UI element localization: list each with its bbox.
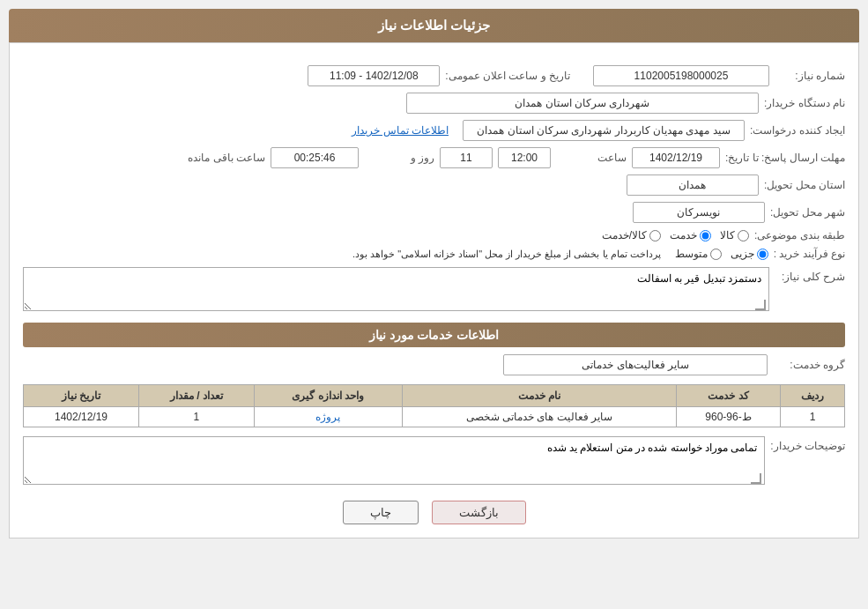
delivery-province-value: همدان xyxy=(627,175,759,196)
need-desc-textarea[interactable] xyxy=(23,267,769,311)
purchase-type-radio-group: متوسط جزیی xyxy=(675,248,768,260)
days-label: روز و xyxy=(364,152,434,164)
services-table: ردیف کد خدمت نام خدمت واحد اندازه گیری ت… xyxy=(23,384,845,427)
cell-service-name: سایر فعالیت های خدماتی شخصی xyxy=(402,407,677,427)
time-remaining-value: 00:25:46 xyxy=(271,147,359,168)
services-section-header: اطلاعات خدمات مورد نیاز xyxy=(23,323,845,347)
cell-quantity: 1 xyxy=(138,407,254,427)
announce-date-label: تاریخ و ساعت اعلان عمومی: xyxy=(445,70,570,82)
service-group-label: گروه خدمت: xyxy=(775,359,845,371)
purchase-note: پرداخت تمام یا بخشی از مبلغ خریدار از مح… xyxy=(352,249,661,260)
col-unit: واحد اندازه گیری xyxy=(254,385,402,407)
hours-label: ساعت باقی مانده xyxy=(188,152,265,164)
delivery-city-value: نویسرکان xyxy=(633,202,765,223)
need-number-value: 1102005198000025 xyxy=(593,65,769,86)
requester-label: ایجاد کننده درخواست: xyxy=(750,124,845,137)
contact-link[interactable]: اطلاعات تماس خریدار xyxy=(352,124,449,137)
delivery-province-label: استان محل تحویل: xyxy=(764,179,845,191)
table-row: 1ط-96-960سایر فعالیت های خدماتی شخصیپروژ… xyxy=(24,407,845,427)
subject-type-label: طبقه بندی موضوعی: xyxy=(754,229,845,241)
buyer-notes-wrapper xyxy=(23,436,765,487)
cell-date: 1402/12/19 xyxy=(24,407,139,427)
cell-unit: پروژه xyxy=(254,407,402,427)
purchase-type-label: نوع فرآیند خرید : xyxy=(774,248,845,260)
subject-radio-kala-khadmat[interactable]: کالا/خدمت xyxy=(602,229,661,241)
col-service-code: کد خدمت xyxy=(677,385,781,407)
purchase-radio-motavasset[interactable]: متوسط xyxy=(675,248,722,260)
col-quantity: تعداد / مقدار xyxy=(138,385,254,407)
delivery-city-label: شهر محل تحویل: xyxy=(770,206,845,219)
send-deadline-label: مهلت ارسال پاسخ: تا تاریخ: xyxy=(725,152,845,164)
requester-value: سید مهدی مهدیان کاربردار شهرداری سرکان ا… xyxy=(463,120,745,141)
cell-service-code: ط-96-960 xyxy=(677,407,781,427)
col-row-num: ردیف xyxy=(780,385,844,407)
print-button[interactable]: چاپ xyxy=(343,501,419,524)
need-desc-wrapper xyxy=(23,267,769,314)
page-title: جزئیات اطلاعات نیاز xyxy=(9,9,859,42)
back-button[interactable]: بازگشت xyxy=(432,501,526,524)
buyer-notes-label: توضیحات خریدار: xyxy=(770,440,845,452)
purchase-radio-jozi[interactable]: جزیی xyxy=(731,248,768,260)
title-text: جزئیات اطلاعات نیاز xyxy=(378,18,490,33)
announce-datetime-value: 1402/12/08 - 11:09 xyxy=(308,65,440,86)
time-label: ساعت xyxy=(556,152,627,164)
deadline-time-value: 12:00 xyxy=(498,147,551,168)
deadline-date-value: 1402/12/19 xyxy=(632,147,720,168)
services-table-section: ردیف کد خدمت نام خدمت واحد اندازه گیری ت… xyxy=(23,384,845,427)
buyer-org-value: شهرداری سرکان استان همدان xyxy=(406,93,759,114)
subject-type-radio-group: کالا/خدمت خدمت کالا xyxy=(602,229,749,241)
cell-row-num: 1 xyxy=(780,407,844,427)
col-date: تاریخ نیاز xyxy=(24,385,139,407)
need-desc-label: شرح کلی نیاز: xyxy=(775,271,845,283)
days-remaining-value: 11 xyxy=(440,147,493,168)
action-buttons: بازگشت چاپ xyxy=(23,501,845,524)
buyer-notes-textarea[interactable] xyxy=(23,436,765,485)
col-service-name: نام خدمت xyxy=(402,385,677,407)
subject-radio-kala[interactable]: کالا xyxy=(720,229,749,241)
need-number-label: شماره نیاز: xyxy=(775,70,845,82)
subject-radio-khadmat[interactable]: خدمت xyxy=(670,229,711,241)
service-group-value: سایر فعالیت‌های خدماتی xyxy=(503,354,768,375)
buyer-org-label: نام دستگاه خریدار: xyxy=(764,97,845,109)
